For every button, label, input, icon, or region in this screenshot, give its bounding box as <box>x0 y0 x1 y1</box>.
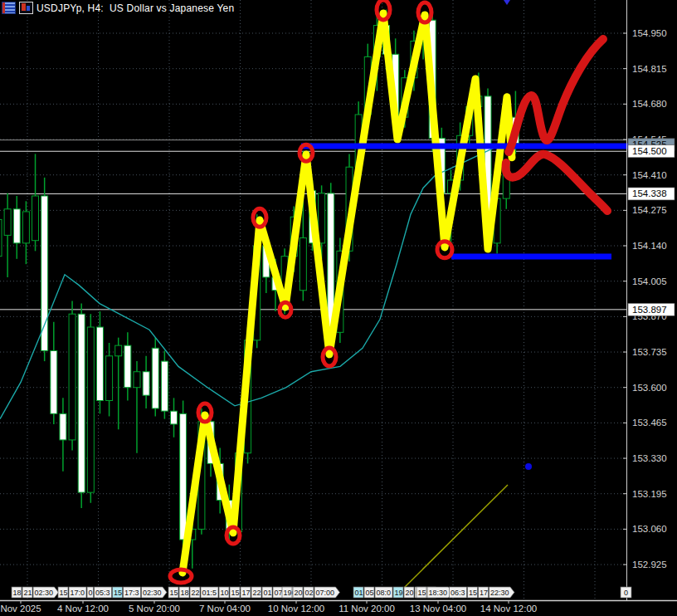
candle-body <box>300 238 306 291</box>
time-tick-label: 7 Nov 04:00 <box>199 604 251 614</box>
candle <box>32 154 39 251</box>
candle-body <box>124 345 131 388</box>
grid <box>0 0 627 600</box>
top-arrow-marker[interactable] <box>504 0 510 5</box>
time-tag-label: 10 <box>221 589 229 597</box>
symbol-list-icon[interactable] <box>2 2 16 14</box>
trendline[interactable] <box>404 485 508 588</box>
time-tag-label: 22:30 <box>490 589 509 597</box>
price-tick-label: 154.140 <box>632 241 667 251</box>
price-tick-label: 153.735 <box>632 347 667 357</box>
candle <box>106 343 113 416</box>
zero-tag-label: 0 <box>624 589 628 597</box>
time-tag-label: 18 <box>181 589 189 597</box>
candle-body <box>22 212 29 243</box>
time-tag-label: 15 <box>469 589 477 597</box>
bar-chart-icon[interactable] <box>19 2 33 14</box>
time-tag-label: 15 <box>170 589 178 597</box>
time-tick-label: 14 Nov 12:00 <box>480 604 537 614</box>
zigzag-drawing[interactable] <box>183 13 512 573</box>
time-tick-label: 11 Nov 20:00 <box>338 604 395 614</box>
time-tag-label: 08:0 <box>377 589 392 597</box>
candle-body <box>143 372 149 395</box>
time-tag-label: 17 <box>242 589 251 597</box>
hline-label-label: 154.500 <box>632 146 667 156</box>
candle-body <box>161 361 168 411</box>
red-arrow-annotation[interactable] <box>506 154 607 211</box>
price-tick-label: 153.195 <box>632 489 667 499</box>
time-tag-label: 17:3 <box>124 589 139 597</box>
price-axis[interactable]: 154.950154.815154.680154.545154.410154.2… <box>623 28 675 570</box>
time-tag-label: 0 <box>89 589 93 597</box>
candles <box>0 10 519 569</box>
candle-body <box>51 350 57 413</box>
time-tag-label: 21 <box>24 589 32 597</box>
time-tag-label: 20 <box>406 589 414 597</box>
candle <box>161 350 168 418</box>
time-tag-label: 02:30 <box>143 589 162 597</box>
time-tag-label: 02 <box>305 589 314 597</box>
candle-body <box>41 196 48 350</box>
candle-body <box>32 196 39 241</box>
time-tag-label: 17:0 <box>71 589 85 597</box>
candle <box>171 398 178 437</box>
candle <box>143 356 149 408</box>
candle <box>51 322 57 424</box>
candle <box>41 178 48 361</box>
price-tick-label: 153.330 <box>632 453 667 463</box>
time-tag-label: 18:30 <box>429 589 448 597</box>
title-bar: USDJPYp, H4: US Dollar vs Japanese Yen <box>2 2 234 14</box>
chart-canvas[interactable]: 154.950154.815154.680154.545154.410154.2… <box>0 0 677 616</box>
time-tag-label: 15 <box>418 589 426 597</box>
time-tag-label: 01 <box>355 589 363 597</box>
time-tag-label: 01 <box>264 589 272 597</box>
time-tag-label: 20 <box>295 589 303 597</box>
object-time-tags: 182102:301517:0005:31517:302:3015182201:… <box>12 587 631 598</box>
price-tick-label: 154.005 <box>632 276 667 286</box>
time-tag-label: 19 <box>395 589 403 597</box>
hline-label-label: 153.897 <box>632 305 667 315</box>
price-tick-label: 152.925 <box>632 560 667 570</box>
candle <box>152 338 158 417</box>
time-tick-label: 5 Nov 20:00 <box>129 604 180 614</box>
time-tag-label: 18 <box>13 589 22 597</box>
red-arrow-annotation[interactable] <box>509 39 603 152</box>
time-tag-label: 05 <box>366 589 374 597</box>
price-tick-label: 154.275 <box>632 205 667 215</box>
candle <box>13 196 20 259</box>
time-tick-label: 4 Nov 12:00 <box>57 604 109 614</box>
price-tick-label: 153.600 <box>632 383 667 393</box>
time-tag-label: 15 <box>114 589 122 597</box>
candle-body <box>106 356 113 401</box>
candle-body <box>152 348 158 408</box>
price-tick-label: 154.950 <box>632 28 667 38</box>
time-tag-label: 05:3 <box>95 589 110 597</box>
candle-body <box>115 345 122 356</box>
time-tick-label: 13 Nov 04:00 <box>410 604 466 614</box>
candle-body <box>78 314 85 492</box>
candle-body <box>69 314 75 440</box>
candle <box>124 332 131 400</box>
candle <box>69 301 75 450</box>
time-axis[interactable]: Nov 20254 Nov 12:005 Nov 20:007 Nov 04:0… <box>0 600 537 614</box>
blue-dot-marker[interactable] <box>525 463 532 470</box>
candle <box>115 338 122 430</box>
chart-window: 154.950154.815154.680154.545154.410154.2… <box>0 0 677 616</box>
candle <box>96 311 103 413</box>
pivot-circle[interactable] <box>170 570 192 583</box>
price-tick-label: 154.815 <box>632 64 667 74</box>
candle <box>134 361 140 453</box>
candle-body <box>87 327 94 492</box>
time-tag-label: 02:30 <box>35 589 54 597</box>
time-tag-label: 06:3 <box>451 589 465 597</box>
candle-body <box>60 413 66 440</box>
price-tick-label: 154.410 <box>632 170 667 180</box>
time-tag-label: 17 <box>480 589 488 597</box>
time-tag-label: 15 <box>231 589 240 597</box>
candle-body <box>13 209 20 243</box>
time-tag-label: 19 <box>284 589 292 597</box>
price-tick-label: 153.465 <box>632 418 667 428</box>
candle <box>0 201 2 277</box>
time-tag-label: 15 <box>60 589 68 597</box>
candle <box>60 398 66 471</box>
